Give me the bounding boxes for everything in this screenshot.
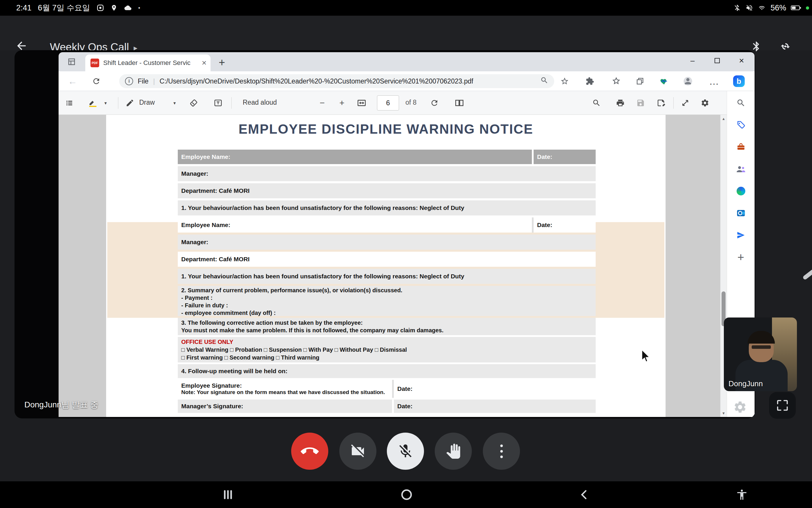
row-label: Employee Name:	[181, 221, 532, 228]
pdf-toolbar: ▾ Draw ▾ Read aloud − +	[58, 91, 727, 115]
browser-refresh-icon[interactable]	[90, 75, 102, 87]
page-total-label: of 8	[405, 98, 417, 107]
s-pen-handle-icon[interactable]	[803, 269, 812, 280]
recent-apps-button[interactable]	[221, 488, 235, 502]
new-tab-icon[interactable]: +	[219, 56, 225, 69]
mouse-cursor	[641, 349, 650, 364]
collections-icon[interactable]	[634, 75, 646, 87]
extensions-icon[interactable]	[584, 75, 596, 87]
highlighter-dropdown-icon[interactable]: ▾	[102, 97, 109, 109]
row-line: - employee commitment (day off) :	[181, 309, 596, 316]
row-label: Department: Café MORI	[181, 256, 596, 263]
more-vert-icon	[500, 444, 503, 458]
participant-hair	[747, 331, 775, 344]
zoom-out-icon[interactable]: −	[317, 97, 328, 109]
find-in-document-icon[interactable]	[591, 97, 602, 109]
raise-hand-button[interactable]	[435, 433, 472, 470]
zoom-search-icon[interactable]	[540, 76, 548, 86]
page-number-input[interactable]: 6	[377, 95, 399, 111]
camera-off-button[interactable]	[339, 433, 376, 470]
row-line: - Failure in duty :	[181, 302, 596, 309]
browser-tab[interactable]: PDF Shift Leader - Customer Service ×	[85, 54, 211, 71]
checkbox-line: □ First warning □ Second warning □ Third…	[181, 354, 596, 362]
sidebar-add-icon[interactable]: +	[736, 252, 746, 262]
pdf-page: EMPLOYEE DISCIPLINE WARNING NOTICE Emplo…	[106, 115, 666, 417]
url-divider: |	[153, 77, 155, 85]
row-line: 3. The following corrective action must …	[181, 319, 596, 327]
sidebar-outlook-icon[interactable]	[736, 208, 746, 218]
status-date: 6월 7일 수요일	[38, 3, 90, 13]
eraser-icon[interactable]	[188, 97, 199, 109]
row-line: - Payment :	[181, 294, 596, 302]
bluetooth-audio-icon[interactable]	[751, 41, 762, 53]
page-info-icon[interactable]: i	[125, 77, 133, 85]
participant-name: DongJunn	[728, 379, 763, 388]
draw-label[interactable]: Draw	[139, 98, 155, 107]
scroll-up-icon[interactable]: ▴	[720, 116, 727, 121]
tab-close-icon[interactable]: ×	[202, 59, 207, 67]
browser-menu-icon[interactable]: …	[708, 75, 720, 87]
presenting-label: DongJunn님 발표 중	[25, 399, 98, 410]
wifi-icon	[758, 4, 766, 12]
minimize-view-button[interactable]	[769, 392, 796, 419]
sidebar-contacts-icon[interactable]	[736, 164, 746, 174]
url-prefix: File	[138, 77, 148, 85]
accessibility-button[interactable]	[735, 488, 749, 502]
save-as-icon[interactable]	[655, 97, 667, 109]
table-row: 3. The following corrective action must …	[178, 318, 596, 335]
table-row: Employee Name: Date:	[178, 217, 596, 232]
fullscreen-icon[interactable]	[680, 97, 691, 109]
page-view-icon[interactable]	[454, 97, 465, 109]
highlighter-icon[interactable]	[87, 97, 98, 109]
add-text-icon[interactable]	[213, 97, 224, 109]
location-icon	[111, 4, 118, 11]
sidebar-drop-icon[interactable]	[736, 230, 746, 240]
row-line: You must not make the same problem. If t…	[181, 327, 596, 334]
participant-video-tile[interactable]: DongJunn	[724, 318, 797, 391]
scroll-down-icon[interactable]: ▾	[720, 411, 727, 416]
mic-off-button[interactable]	[387, 433, 424, 470]
table-row: 4. Follow-up meeting will be held on:	[178, 364, 596, 378]
meet-settings-gear-icon[interactable]	[733, 400, 747, 415]
browser-essentials-icon[interactable]	[658, 75, 670, 87]
url-text: C:/Users/djsyn/OneDrive/Desktop/Shift%20…	[160, 77, 473, 85]
home-button[interactable]	[400, 488, 414, 502]
pdf-settings-gear-icon[interactable]	[699, 97, 711, 109]
address-bar[interactable]: i File | C:/Users/djsyn/OneDrive/Desktop…	[119, 74, 554, 88]
read-aloud-button[interactable]: Read aloud	[243, 98, 277, 107]
row-label: Employee Signature:	[181, 382, 392, 389]
favorites-bar-icon[interactable]	[610, 75, 622, 87]
fit-to-width-icon[interactable]	[356, 97, 367, 109]
document-outline-icon[interactable]	[64, 97, 75, 109]
table-row: OFFICE USE ONLY □ Verbal Warning □ Proba…	[178, 337, 596, 363]
print-icon[interactable]	[615, 97, 626, 109]
sidebar-search-icon[interactable]	[736, 98, 746, 108]
table-row: Manager:	[178, 235, 596, 250]
volume-muted-icon	[745, 4, 753, 12]
favorite-star-icon[interactable]	[559, 75, 570, 87]
bing-chat-icon[interactable]: b	[733, 75, 745, 87]
switch-camera-icon[interactable]	[779, 40, 792, 54]
sidebar-toolbox-icon[interactable]	[736, 142, 746, 152]
table-row: Manager’s Signature: Date:	[178, 399, 596, 413]
more-options-button[interactable]	[483, 433, 520, 470]
sidebar-m365-icon[interactable]	[736, 186, 746, 196]
row-label: Manager’s Signature:	[181, 403, 392, 410]
back-button[interactable]	[578, 488, 591, 502]
zoom-in-icon[interactable]: +	[336, 97, 347, 109]
save-icon[interactable]	[635, 97, 646, 109]
tab-actions-icon[interactable]	[67, 57, 76, 67]
sidebar-shopping-tag-icon[interactable]	[736, 120, 746, 130]
pdf-viewer: EMPLOYEE DISCIPLINE WARNING NOTICE Emplo…	[58, 115, 720, 417]
draw-dropdown-icon[interactable]: ▾	[171, 97, 178, 109]
window-close-icon[interactable]: ×	[733, 52, 750, 69]
window-minimize-icon[interactable]: –	[684, 52, 701, 69]
table-row: 1. Your behaviour/action has been found …	[178, 200, 596, 215]
rotate-icon[interactable]	[429, 97, 440, 109]
draw-pen-icon[interactable]	[124, 97, 135, 109]
row-date-label: Date:	[537, 154, 596, 160]
browser-back-icon[interactable]: ←	[67, 75, 78, 87]
end-call-button[interactable]	[291, 433, 328, 470]
window-maximize-icon[interactable]	[709, 52, 726, 69]
profile-avatar[interactable]	[682, 75, 694, 87]
